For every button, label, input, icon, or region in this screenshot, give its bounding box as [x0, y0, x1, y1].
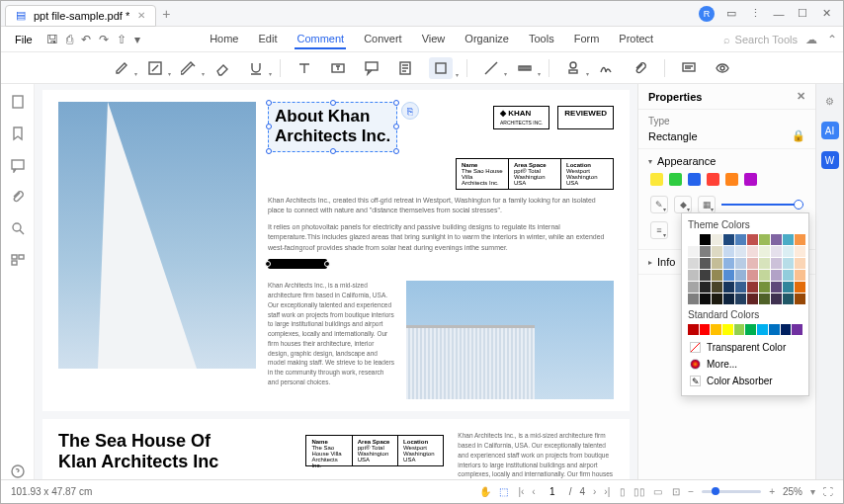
last-page-button[interactable]: ›| [604, 486, 610, 497]
tab-form[interactable]: Form [572, 30, 602, 49]
theme-color-cell[interactable] [723, 282, 734, 293]
message-icon[interactable]: ▭ [724, 7, 738, 20]
attachments-icon[interactable] [10, 189, 26, 205]
maximize-button[interactable]: ☐ [796, 7, 809, 20]
underline-tool[interactable] [246, 58, 266, 78]
page-number-input[interactable] [544, 486, 561, 497]
zoom-out-button[interactable]: − [688, 486, 694, 497]
theme-color-cell[interactable] [783, 234, 794, 245]
theme-color-cell[interactable] [747, 234, 758, 245]
first-page-button[interactable]: |‹ [518, 486, 524, 497]
continuous-view-icon[interactable]: ▯▯ [633, 486, 645, 497]
theme-color-cell[interactable] [759, 294, 770, 304]
theme-color-cell[interactable] [783, 270, 794, 281]
theme-color-cell[interactable] [795, 270, 805, 281]
eraser-tool[interactable] [212, 58, 232, 78]
tab-view[interactable]: View [420, 30, 448, 49]
zoom-slider[interactable] [702, 490, 761, 493]
tab-tools[interactable]: Tools [527, 30, 556, 49]
line-tool[interactable] [481, 58, 501, 78]
theme-color-cell[interactable] [747, 294, 758, 304]
theme-color-cell[interactable] [759, 282, 770, 293]
tab-organize[interactable]: Organize [463, 30, 511, 49]
swatch-blue[interactable] [688, 173, 701, 186]
theme-color-cell[interactable] [712, 270, 722, 281]
share-icon[interactable]: ⇧ [117, 33, 127, 46]
theme-color-cell[interactable] [795, 234, 805, 245]
hand-tool-icon[interactable]: ✋ [479, 486, 491, 497]
select-tool-icon[interactable]: ⬚ [499, 486, 508, 497]
next-page-button[interactable]: › [593, 486, 596, 497]
theme-color-cell[interactable] [771, 258, 782, 269]
bookmarks-icon[interactable] [10, 126, 26, 141]
theme-color-cell[interactable] [795, 246, 805, 257]
theme-color-cell[interactable] [747, 282, 758, 293]
theme-color-cell[interactable] [723, 234, 734, 245]
transparent-color-option[interactable]: Transparent Color [688, 339, 802, 356]
swatch-red[interactable] [707, 173, 719, 186]
document-viewport[interactable]: About Khan Architects Inc. ⎘ [35, 84, 637, 479]
theme-color-cell[interactable] [735, 294, 746, 304]
tab-home[interactable]: Home [208, 30, 240, 49]
theme-color-cell[interactable] [700, 234, 711, 245]
theme-color-cell[interactable] [735, 258, 746, 269]
minimize-button[interactable]: — [772, 8, 786, 20]
standard-color-cell[interactable] [792, 324, 802, 335]
textbox-tool[interactable] [328, 58, 348, 78]
cloud-icon[interactable]: ☁ [805, 33, 817, 46]
theme-color-cell[interactable] [700, 282, 711, 293]
comments-list-icon[interactable] [10, 157, 26, 173]
theme-color-cell[interactable] [700, 258, 711, 269]
new-tab-button[interactable]: + [162, 6, 170, 22]
thickness-slider[interactable] [721, 204, 803, 206]
zoom-dropdown[interactable]: ▾ [810, 486, 815, 497]
theme-color-cell[interactable] [759, 234, 770, 245]
text-comment-tool[interactable] [295, 58, 314, 78]
area-highlight-tool[interactable] [145, 58, 165, 78]
theme-color-cell[interactable] [795, 258, 805, 269]
theme-color-cell[interactable] [771, 246, 782, 257]
standard-color-cell[interactable] [688, 324, 699, 335]
word-export-icon[interactable]: W [821, 151, 839, 169]
fit-width-icon[interactable]: ⊡ [672, 486, 680, 497]
theme-color-cell[interactable] [688, 270, 699, 281]
close-tab-icon[interactable]: ✕ [137, 10, 145, 21]
theme-color-cell[interactable] [747, 270, 758, 281]
swatch-orange[interactable] [725, 173, 738, 186]
tab-comment[interactable]: Comment [295, 30, 346, 49]
theme-color-cell[interactable] [771, 294, 782, 304]
theme-color-cell[interactable] [688, 282, 699, 293]
settings-strip-icon[interactable]: ⚙ [821, 92, 839, 110]
theme-color-cell[interactable] [735, 234, 746, 245]
theme-color-cell[interactable] [688, 258, 699, 269]
help-icon[interactable] [10, 463, 26, 479]
signature-tool[interactable] [597, 58, 617, 78]
theme-color-cell[interactable] [735, 270, 746, 281]
stamp-tool[interactable] [563, 58, 583, 78]
theme-color-cell[interactable] [712, 258, 722, 269]
theme-color-cell[interactable] [700, 246, 711, 257]
theme-color-cell[interactable] [735, 246, 746, 257]
swatch-green[interactable] [669, 173, 682, 186]
user-avatar[interactable]: R [699, 6, 715, 22]
standard-color-cell[interactable] [711, 324, 721, 335]
theme-color-cell[interactable] [712, 282, 722, 293]
swatch-purple[interactable] [744, 173, 757, 186]
close-window-button[interactable]: ✕ [819, 7, 833, 20]
standard-color-cell[interactable] [769, 324, 780, 335]
theme-color-cell[interactable] [759, 258, 770, 269]
tab-convert[interactable]: Convert [362, 30, 404, 49]
theme-color-cell[interactable] [783, 294, 794, 304]
line-style-control[interactable]: ≡ [650, 221, 668, 239]
fields-icon[interactable] [10, 252, 26, 268]
attachment-tool[interactable] [631, 58, 650, 78]
two-page-view-icon[interactable]: ▭ [653, 486, 662, 497]
theme-color-cell[interactable] [700, 294, 711, 304]
theme-color-cell[interactable] [771, 234, 782, 245]
theme-color-cell[interactable] [712, 294, 722, 304]
thumbnails-icon[interactable] [10, 94, 26, 110]
document-tab[interactable]: ▤ ppt file-sample.pdf * ✕ [5, 5, 156, 27]
standard-color-cell[interactable] [722, 324, 733, 335]
collapse-ribbon-icon[interactable]: ⌃ [827, 33, 837, 46]
theme-color-cell[interactable] [771, 270, 782, 281]
